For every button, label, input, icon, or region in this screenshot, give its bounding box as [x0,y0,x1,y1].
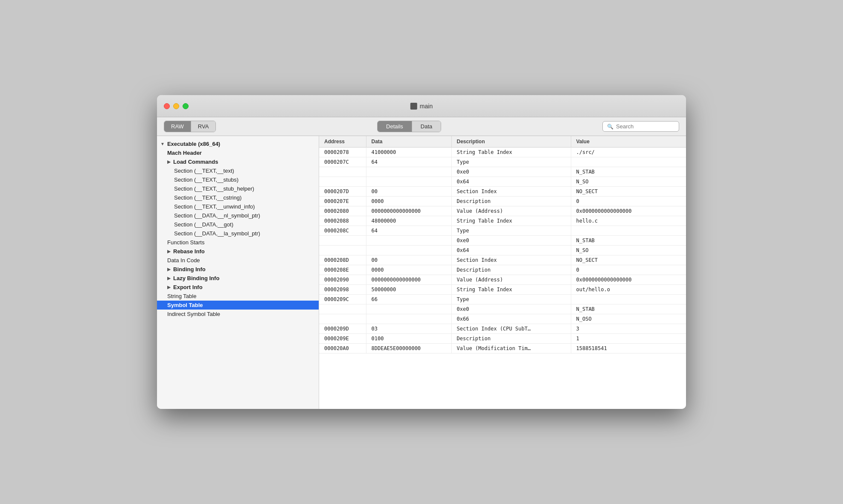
table-row[interactable]: 0000208C64Type [319,226,686,236]
sidebar-item-label: Section (__DATA,__la_symbol_ptr) [174,230,260,237]
sidebar-item-data-in-code[interactable]: Data In Code [157,256,319,265]
sidebar-item-mach-header[interactable]: Mach Header [157,148,319,157]
cell-description: 0x66 [451,314,571,324]
main-window: main RAW RVA Details Data 🔍 ▼Executable … [157,95,686,409]
table-header: Address Data Description Value [319,136,686,148]
cell-value: 0 [571,197,686,206]
sidebar-item-label: Section (__TEXT,__unwind_info) [174,203,255,210]
sidebar-item-function-starts[interactable]: Function Starts [157,238,319,247]
cell-description: 0x64 [451,246,571,255]
raw-button[interactable]: RAW [164,121,191,132]
cell-data: 41000000 [366,148,451,157]
cell-data: 0000 [366,265,451,275]
table-row[interactable]: 0x66N_OSO [319,314,686,324]
cell-description: Section Index [451,255,571,265]
table-row[interactable]: 0x64N_SO [319,246,686,255]
table-row[interactable]: 000020800000000000000000Value (Address)0… [319,206,686,216]
sidebar-item-binding-info[interactable]: ▶Binding Info [157,265,319,274]
cell-address [319,236,366,246]
cell-address: 0000208C [319,226,366,236]
sidebar-item-section-data-got[interactable]: Section (__DATA,__got) [157,220,319,229]
cell-data: 8DDEAE5E00000000 [366,344,451,353]
sidebar-item-section-data-nl-symbol-ptr[interactable]: Section (__DATA,__nl_symbol_ptr) [157,211,319,220]
table-row[interactable]: 0000207D00Section IndexNO_SECT [319,187,686,197]
cell-description: String Table Index [451,216,571,226]
minimize-button[interactable] [173,103,179,109]
details-tab[interactable]: Details [378,121,412,132]
triangle-icon: ▼ [160,142,165,146]
sidebar-item-executable[interactable]: ▼Executable (x86_64) [157,139,319,148]
table-row[interactable]: 0xe0N_STAB [319,304,686,314]
table-row[interactable]: 0000209850000000String Table Indexout/he… [319,285,686,295]
table-row[interactable]: 0000209D03Section Index (CPU SubT…3 [319,324,686,334]
sidebar-item-symbol-table[interactable]: Symbol Table [157,301,319,310]
column-header-value: Value [571,136,686,148]
sidebar-item-section-text-cstring[interactable]: Section (__TEXT,__cstring) [157,193,319,202]
sidebar-item-section-text-stubs[interactable]: Section (__TEXT,__stubs) [157,175,319,184]
cell-value: N_STAB [571,236,686,246]
close-button[interactable] [164,103,170,109]
sidebar-item-indirect-symbol-table[interactable]: Indirect Symbol Table [157,310,319,319]
cell-value: out/hello.o [571,285,686,295]
sidebar-item-label: Symbol Table [167,302,203,308]
cell-data: 66 [366,295,451,304]
cell-value: 0 [571,265,686,275]
triangle-icon: ▶ [167,276,171,281]
sidebar-item-lazy-binding-info[interactable]: ▶Lazy Binding Info [157,274,319,283]
table-row[interactable]: 0000209E0100Description1 [319,334,686,344]
cell-data: 0000000000000000 [366,206,451,216]
sidebar-item-label: Lazy Binding Info [173,275,219,281]
sidebar-item-section-text-text[interactable]: Section (__TEXT,__text) [157,166,319,175]
sidebar-item-export-info[interactable]: ▶Export Info [157,283,319,292]
sidebar-item-string-table[interactable]: String Table [157,292,319,301]
table-row[interactable]: 0000208848000000String Table Indexhello.… [319,216,686,226]
maximize-button[interactable] [183,103,189,109]
window-title-area: main [410,103,433,110]
sidebar-item-rebase-info[interactable]: ▶Rebase Info [157,247,319,256]
cell-data: 00 [366,187,451,197]
cell-data: 64 [366,157,451,167]
sidebar-item-label: Function Starts [167,239,204,246]
table-row[interactable]: 000020A08DDEAE5E00000000Value (Modificat… [319,344,686,353]
cell-address: 0000207D [319,187,366,197]
search-input[interactable] [616,123,674,130]
table-row[interactable]: 000020900000000000000000Value (Address)0… [319,275,686,285]
search-box[interactable]: 🔍 [602,121,679,132]
table-row[interactable]: 0000208D00Section IndexNO_SECT [319,255,686,265]
cell-value: 0x0000000000000000 [571,275,686,285]
rva-button[interactable]: RVA [191,121,216,132]
table-row[interactable]: 0xe0N_STAB [319,167,686,177]
toolbar: RAW RVA Details Data 🔍 [157,117,686,136]
sidebar-item-section-text-stub-helper[interactable]: Section (__TEXT,__stub_helper) [157,184,319,193]
cell-description: Section Index [451,187,571,197]
table-row[interactable]: 0xe0N_STAB [319,236,686,246]
sidebar-item-label: Mach Header [167,150,202,156]
cell-description: Section Index (CPU SubT… [451,324,571,334]
table-row[interactable]: 0x64N_SO [319,177,686,187]
cell-description: 0xe0 [451,236,571,246]
cell-address: 00002088 [319,216,366,226]
table-row[interactable]: 0000207841000000String Table Index./src/ [319,148,686,157]
cell-data: 00 [366,255,451,265]
sidebar-item-label: Section (__TEXT,__cstring) [174,194,241,201]
cell-data [366,236,451,246]
cell-description: String Table Index [451,285,571,295]
cell-description: String Table Index [451,148,571,157]
table-row[interactable]: 0000207E0000Description0 [319,197,686,206]
cell-data [366,167,451,177]
sidebar-item-load-commands[interactable]: ▶Load Commands [157,157,319,166]
sidebar-item-section-data-la-symbol-ptr[interactable]: Section (__DATA,__la_symbol_ptr) [157,229,319,238]
sidebar-item-label: String Table [167,293,196,299]
search-icon: 🔍 [607,124,613,130]
column-header-address: Address [319,136,366,148]
cell-description: Type [451,226,571,236]
table-row[interactable]: 0000207C64Type [319,157,686,167]
table-row[interactable]: 0000208E0000Description0 [319,265,686,275]
table-row[interactable]: 0000209C66Type [319,295,686,304]
sidebar-item-label: Load Commands [173,159,218,165]
cell-data: 0000000000000000 [366,275,451,285]
sidebar-item-section-text-unwind-info[interactable]: Section (__TEXT,__unwind_info) [157,202,319,211]
data-tab[interactable]: Data [412,121,441,132]
cell-description: Type [451,157,571,167]
column-header-description: Description [451,136,571,148]
